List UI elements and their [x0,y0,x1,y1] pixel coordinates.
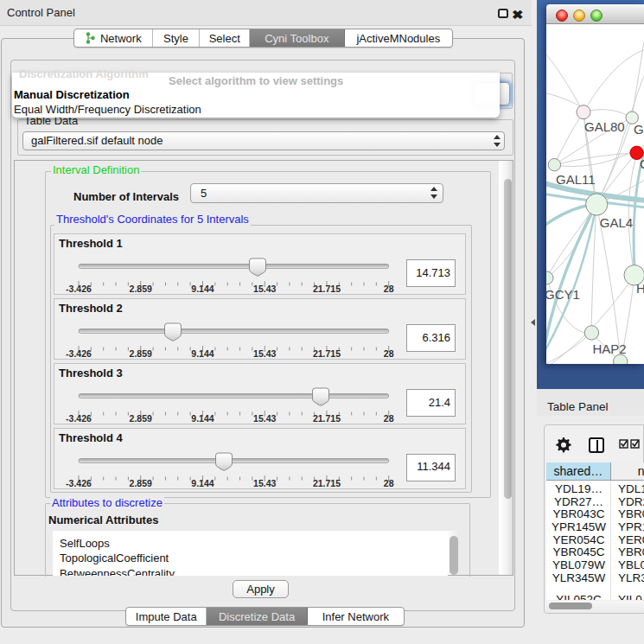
svg-text:GAL11: GAL11 [556,172,596,187]
svg-text:H: H [636,281,644,296]
svg-text:GCY1: GCY1 [546,287,580,302]
svg-text:GA: GA [634,122,644,137]
svg-text:HAP2: HAP2 [593,341,627,356]
svg-text:C: C [640,156,644,171]
svg-text:GAL80: GAL80 [584,119,625,134]
svg-text:GAL4: GAL4 [600,215,633,230]
